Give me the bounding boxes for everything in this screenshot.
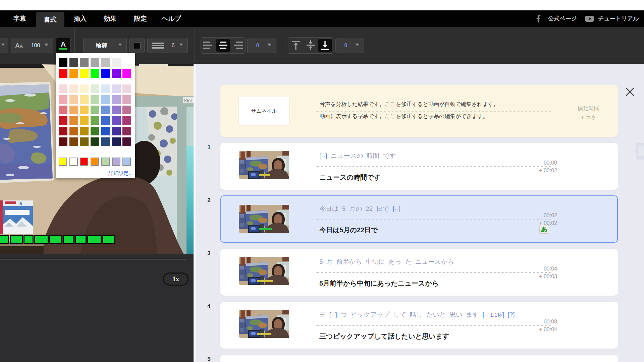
svg-text:5: 5: [19, 201, 22, 206]
svg-text:RES: RES: [184, 98, 192, 102]
